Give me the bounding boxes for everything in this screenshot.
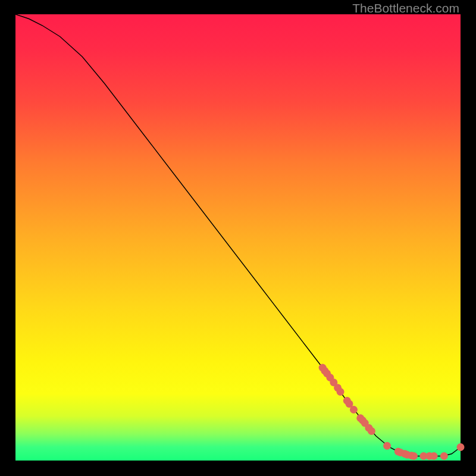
chart-overlay (15, 14, 461, 461)
data-marker (440, 452, 448, 460)
curve-line (15, 14, 461, 456)
data-marker (457, 443, 465, 451)
data-marker (350, 406, 358, 414)
data-marker (430, 452, 438, 460)
data-marker (410, 452, 418, 460)
curve-markers (319, 364, 465, 461)
data-marker (337, 388, 345, 396)
data-marker (368, 427, 375, 435)
data-marker (383, 442, 391, 450)
chart-container: TheBottleneck.com (0, 0, 476, 476)
attribution-text: TheBottleneck.com (352, 1, 459, 15)
